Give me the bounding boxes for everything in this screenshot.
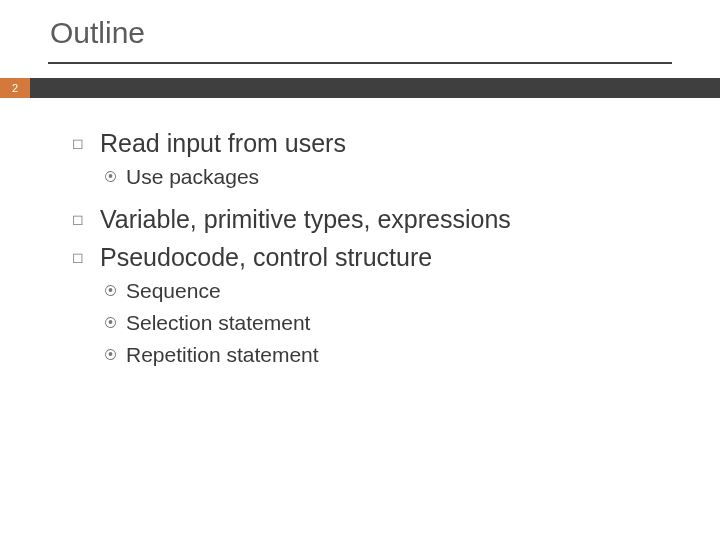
page-number-badge: 2 (0, 78, 30, 98)
dot-bullet-icon: ⦿ (104, 278, 126, 304)
list-item-label: Sequence (126, 278, 221, 304)
list-item: ⦿ Sequence (104, 278, 660, 304)
dot-bullet-icon: ⦿ (104, 342, 126, 368)
list-item: ⦿ Use packages (104, 164, 660, 190)
title-area: Outline (0, 0, 720, 58)
dot-bullet-icon: ⦿ (104, 310, 126, 336)
list-item-label: Pseudocode, control structure (100, 242, 432, 272)
title-underline (48, 62, 672, 64)
list-item-label: Selection statement (126, 310, 310, 336)
list-item-label: Read input from users (100, 128, 346, 158)
slide-title: Outline (50, 16, 720, 50)
square-bullet-icon: ◻ (72, 242, 100, 272)
slide: Outline 2 ◻ Read input from users ⦿ Use … (0, 0, 720, 540)
square-bullet-icon: ◻ (72, 204, 100, 234)
list-item-label: Repetition statement (126, 342, 319, 368)
list-item: ⦿ Selection statement (104, 310, 660, 336)
list-item: ◻ Read input from users (72, 128, 660, 158)
list-item-label: Variable, primitive types, expressions (100, 204, 511, 234)
page-strip: 2 (0, 78, 720, 98)
list-item: ◻ Variable, primitive types, expressions (72, 204, 660, 234)
list-item-label: Use packages (126, 164, 259, 190)
square-bullet-icon: ◻ (72, 128, 100, 158)
list-item: ⦿ Repetition statement (104, 342, 660, 368)
list-item: ◻ Pseudocode, control structure (72, 242, 660, 272)
content-body: ◻ Read input from users ⦿ Use packages ◻… (0, 98, 720, 368)
dot-bullet-icon: ⦿ (104, 164, 126, 190)
